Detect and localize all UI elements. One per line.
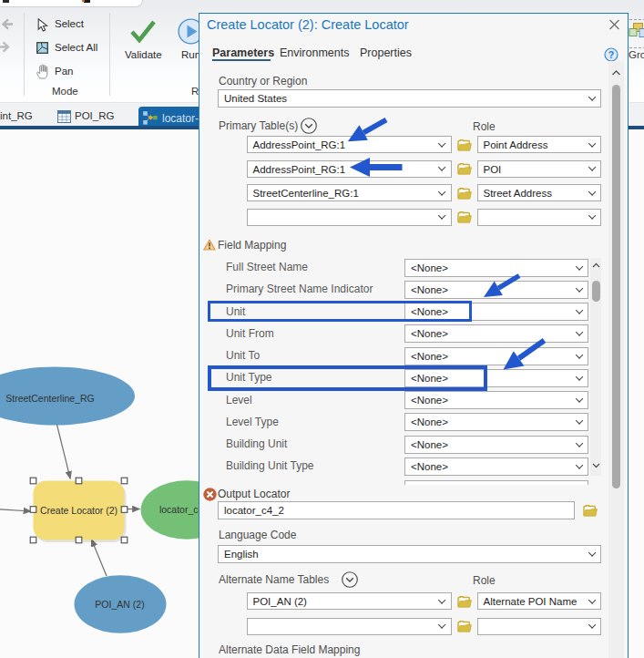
svg-text:POI_AN (2): POI_AN (2)	[95, 599, 144, 610]
svg-text:StreetCenterline_RG: StreetCenterline_RG	[5, 393, 94, 404]
svg-text:Create Locator (2): Create Locator (2)	[40, 505, 118, 516]
